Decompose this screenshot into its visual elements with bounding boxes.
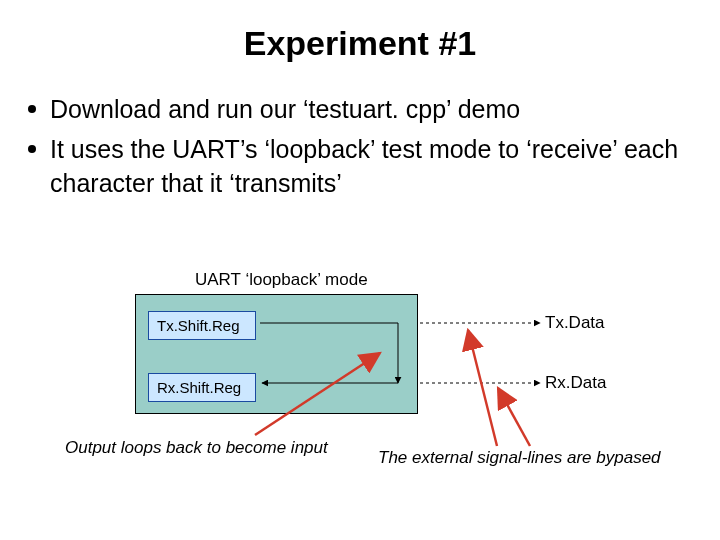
bullet-list: Download and run our ‘testuart. cpp’ dem… [0,93,720,200]
bullet-dot-icon [28,145,36,153]
diagram: UART ‘loopback’ mode Tx.Shift.Reg Rx.Shi… [0,270,720,530]
bullet-item: Download and run our ‘testuart. cpp’ dem… [28,93,692,127]
caption-bypassed: The external signal-lines are bypased [378,448,661,468]
slide-title: Experiment #1 [0,0,720,93]
bullet-text: Download and run our ‘testuart. cpp’ dem… [50,93,692,127]
rx-data-label: Rx.Data [545,373,606,393]
svg-line-6 [468,330,497,446]
rx-shift-reg-box: Rx.Shift.Reg [148,373,256,402]
bullet-dot-icon [28,105,36,113]
diagram-mode-label: UART ‘loopback’ mode [195,270,368,290]
svg-line-7 [498,388,530,446]
bullet-text: It uses the UART’s ‘loopback’ test mode … [50,133,692,201]
uart-box: Tx.Shift.Reg Rx.Shift.Reg [135,294,418,414]
caption-loopback: Output loops back to become input [65,438,328,458]
tx-data-label: Tx.Data [545,313,605,333]
tx-shift-reg-box: Tx.Shift.Reg [148,311,256,340]
bullet-item: It uses the UART’s ‘loopback’ test mode … [28,133,692,201]
